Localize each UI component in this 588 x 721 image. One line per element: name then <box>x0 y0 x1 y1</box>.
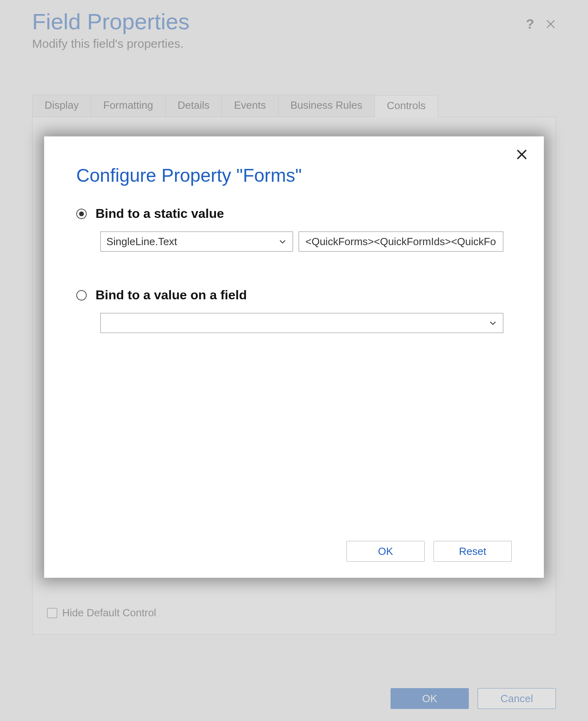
tab-details[interactable]: Details <box>165 95 222 117</box>
hide-default-control-row: Hide Default Control <box>47 607 156 619</box>
option-bind-field-label: Bind to a value on a field <box>96 288 247 303</box>
static-type-select-value: SingleLine.Text <box>106 236 177 248</box>
tab-strip: Display Formatting Details Events Busine… <box>32 95 556 117</box>
hide-default-control-checkbox[interactable] <box>47 608 57 618</box>
modal-ok-button[interactable]: OK <box>346 541 425 562</box>
chevron-down-icon <box>488 319 497 327</box>
configure-property-modal: Configure Property "Forms" Bind to a sta… <box>44 136 544 578</box>
tab-events[interactable]: Events <box>222 95 279 117</box>
dialog-subtitle: Modify this field's properties. <box>32 37 556 51</box>
static-type-select[interactable]: SingleLine.Text <box>100 232 293 252</box>
option-bind-static: Bind to a static value SingleLine.Text <box>76 206 512 252</box>
tab-business-rules[interactable]: Business Rules <box>278 95 375 117</box>
dialog-header: Field Properties Modify this field's pro… <box>32 0 556 51</box>
option-bind-field: Bind to a value on a field <box>76 288 512 333</box>
dialog-title: Field Properties <box>32 9 556 35</box>
static-value-input-wrapper <box>299 232 503 252</box>
tab-controls[interactable]: Controls <box>374 95 438 117</box>
close-icon[interactable] <box>545 19 556 29</box>
modal-reset-button[interactable]: Reset <box>433 541 512 562</box>
chevron-down-icon <box>278 237 287 246</box>
static-value-input[interactable] <box>305 232 497 251</box>
tab-display[interactable]: Display <box>32 95 91 117</box>
dialog-footer: OK Cancel <box>391 688 556 709</box>
modal-close-icon[interactable] <box>516 148 528 160</box>
modal-title: Configure Property "Forms" <box>76 165 512 186</box>
dialog-cancel-button[interactable]: Cancel <box>478 688 556 709</box>
field-select[interactable] <box>100 313 503 333</box>
radio-bind-static[interactable] <box>76 209 87 219</box>
modal-footer: OK Reset <box>346 541 512 562</box>
option-bind-static-label: Bind to a static value <box>96 206 224 221</box>
help-icon[interactable]: ? <box>526 16 534 32</box>
dialog-ok-button[interactable]: OK <box>391 688 469 709</box>
radio-bind-field[interactable] <box>76 290 87 301</box>
tab-formatting[interactable]: Formatting <box>91 95 165 117</box>
hide-default-control-label: Hide Default Control <box>62 607 156 619</box>
